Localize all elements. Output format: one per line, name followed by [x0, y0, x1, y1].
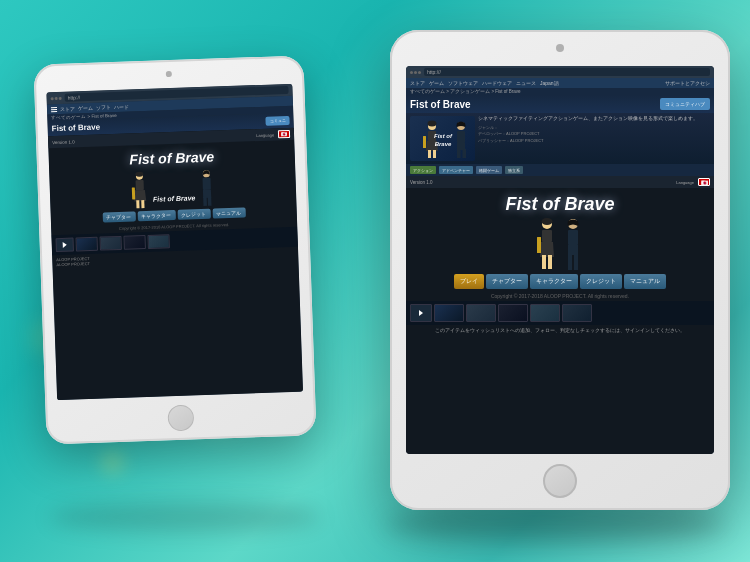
svg-rect-21 [457, 143, 465, 150]
thumb-play-small[interactable] [56, 238, 74, 253]
thumb-3-small[interactable] [123, 235, 145, 250]
nav-links-small: ストア ゲーム ソフト ハード [60, 104, 129, 112]
svg-point-12 [427, 120, 436, 126]
tab-play-large[interactable]: プレイ [454, 274, 484, 289]
banner-chars: Fist of Brave [418, 118, 468, 160]
version-text-small: Version 1.0 [52, 139, 75, 145]
community-btn-small[interactable]: コミュニ [265, 116, 289, 126]
main-content-large: Version 1.0 Language 🇯🇵 Fist of Brave [406, 176, 714, 454]
tab-character-large[interactable]: キャラクター [530, 274, 578, 289]
breadcrumb-large: すべてのゲーム > アクションゲーム > Fist of Brave [406, 88, 714, 95]
ipad-large-content: http:/// ストア ゲーム ソフトウェア ハードウェア ニュース Japa… [406, 66, 714, 454]
svg-text:Fist of: Fist of [434, 133, 453, 139]
svg-rect-2 [135, 180, 143, 190]
svg-rect-10 [208, 197, 212, 206]
thumb-1-small[interactable] [76, 237, 98, 252]
banner-info-large: シネマティックファイティングアクションゲーム、またアクション映像を見る形式で楽し… [478, 116, 698, 161]
main-title-section-large: Fist of Brave [406, 188, 714, 217]
action-btn-1[interactable]: アクション [410, 166, 436, 174]
support-link[interactable]: サポートとアクセシ [665, 81, 710, 86]
game-title-small: Fist of Brave [52, 123, 101, 134]
svg-rect-23 [462, 149, 466, 158]
between-title-small: Fist of Brave [153, 194, 196, 202]
play-icon-large [419, 310, 423, 316]
nav-store[interactable]: ストア [60, 105, 75, 112]
tab-manual-large[interactable]: マニュアル [624, 274, 666, 289]
thumb-3-large[interactable] [498, 304, 528, 322]
svg-rect-15 [433, 150, 436, 158]
svg-rect-9 [203, 197, 207, 206]
community-btn-large[interactable]: コミュニティハブ [660, 98, 710, 110]
thumb-5-large[interactable] [562, 304, 592, 322]
menu-tabs-large: プレイ チャプター キャラクター クレジット マニュアル [406, 272, 714, 291]
ipad-large-camera [556, 44, 564, 52]
svg-rect-22 [457, 149, 461, 158]
ipad-small: http:// ストア ゲーム ソフト ハード すべてのゲーム > Fist o… [33, 55, 316, 444]
tab-chapter-small[interactable]: チャプター [102, 211, 135, 222]
thumb-4-large[interactable] [530, 304, 560, 322]
tab-chapter-large[interactable]: チャプター [486, 274, 528, 289]
version-text-large: Version 1.0 [410, 180, 433, 185]
svg-rect-20 [457, 131, 465, 143]
thumbnails-large [406, 301, 714, 325]
browser-bar-large: http:/// [406, 66, 714, 78]
signin-text-large: このアイテムをウィッシュリストへの追加、フォロー、判定なしチェックするには、サイ… [406, 325, 714, 335]
ipad-small-content: http:// ストア ゲーム ソフト ハード すべてのゲーム > Fist o… [46, 84, 303, 400]
thumb-4-small[interactable] [147, 234, 169, 249]
svg-rect-34 [574, 254, 578, 270]
svg-rect-32 [568, 245, 578, 255]
nav-links-large: ストア ゲーム ソフトウェア ハードウェア ニュース Japan語 [410, 80, 559, 86]
nav-lang-large[interactable]: Japan語 [540, 80, 559, 86]
game-title-large: Fist of Brave [410, 99, 471, 110]
svg-rect-5 [132, 187, 135, 199]
banner-image-large: Fist of Brave [410, 116, 475, 161]
game-header-large: Fist of Brave コミュニティハブ [406, 95, 714, 113]
play-icon-small [63, 242, 67, 248]
svg-rect-16 [423, 136, 426, 148]
tab-manual-small[interactable]: マニュアル [212, 208, 245, 219]
ipad-small-camera [166, 71, 172, 77]
thumb-1-large[interactable] [434, 304, 464, 322]
svg-rect-4 [141, 200, 144, 208]
nav-store-large[interactable]: ストア [410, 80, 425, 86]
tab-credit-large[interactable]: クレジット [580, 274, 622, 289]
nav-hardware[interactable]: ハード [114, 104, 129, 111]
svg-point-25 [542, 218, 553, 225]
ipad-small-screen: http:// ストア ゲーム ソフト ハード すべてのゲーム > Fist o… [46, 84, 303, 400]
lang-label-small: Language [256, 132, 274, 138]
main-title-text-small: Fist of Brave [129, 149, 214, 168]
svg-rect-14 [428, 150, 431, 158]
nav-hardware-large[interactable]: ハードウェア [482, 80, 512, 86]
nav-game[interactable]: ゲーム [78, 105, 93, 112]
svg-rect-7 [203, 178, 211, 190]
character-female-small [130, 171, 149, 210]
tab-credit-small[interactable]: クレジット [177, 209, 210, 220]
main-title-text-large: Fist of Brave [505, 194, 614, 214]
thumb-2-large[interactable] [466, 304, 496, 322]
ipad-large-home[interactable] [543, 464, 577, 498]
nav-game-large[interactable]: ゲーム [429, 80, 444, 86]
thumb-play-large[interactable] [410, 304, 432, 322]
copyright-large: Copyright © 2017-2018 ALOOP PROJECT. All… [406, 291, 714, 301]
action-btn-3[interactable]: 格闘ゲーム [476, 166, 502, 174]
lang-label-large: Language [676, 180, 694, 185]
svg-rect-33 [568, 254, 572, 270]
character-female-large [536, 217, 558, 272]
action-btn-2[interactable]: アドベンチャー [439, 166, 473, 174]
lang-flag-large[interactable]: 🇯🇵 [698, 178, 710, 186]
ipad-large: http:/// ストア ゲーム ソフトウェア ハードウェア ニュース Japa… [390, 30, 730, 510]
nav-software-large[interactable]: ソフトウェア [448, 80, 478, 86]
nav-software[interactable]: ソフト [96, 104, 111, 111]
thumb-2-small[interactable] [99, 236, 121, 251]
ipad-small-home[interactable] [167, 404, 194, 431]
lang-flag-small[interactable]: 🇯🇵 [278, 130, 290, 138]
tab-character-small[interactable]: キャラクター [137, 210, 175, 221]
hamburger-icon[interactable] [51, 107, 57, 112]
character-male-small [198, 169, 215, 208]
svg-rect-29 [537, 237, 541, 253]
action-buttons-row: アクション アドベンチャー 格闘ゲーム 独立系 [406, 164, 714, 176]
nav-news-large[interactable]: ニュース [516, 80, 536, 86]
url-bar-large[interactable]: http:/// [424, 68, 710, 76]
characters-large [406, 217, 714, 272]
action-btn-4[interactable]: 独立系 [505, 166, 523, 174]
